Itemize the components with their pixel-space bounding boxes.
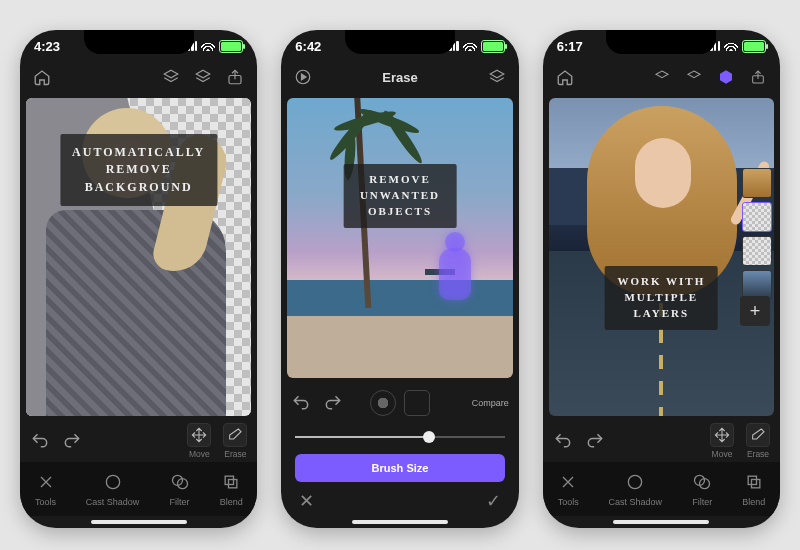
- blend-icon: [743, 471, 765, 493]
- svg-point-8: [629, 475, 642, 488]
- move-tool[interactable]: Move: [187, 423, 211, 459]
- cancel-button[interactable]: ✕: [299, 490, 314, 512]
- action-row: Compare: [281, 382, 518, 424]
- move-icon: [710, 423, 734, 447]
- svg-rect-5: [229, 480, 237, 488]
- tool-label: Move: [712, 449, 733, 459]
- feature-banner: Remove Unwanted Objects: [344, 164, 457, 228]
- play-circle-icon[interactable]: [293, 67, 313, 87]
- redo-icon[interactable]: [585, 431, 605, 451]
- undo-icon[interactable]: [553, 431, 573, 451]
- notch: [345, 30, 455, 54]
- confirm-row: ✕ ✓: [281, 486, 518, 516]
- screen-title: Erase: [382, 70, 417, 85]
- tab-label: Tools: [558, 497, 579, 507]
- wifi-icon: [463, 41, 477, 51]
- phone-1: 4:23 Automatically Remove Backg: [20, 30, 257, 528]
- app-toolbar: [543, 62, 780, 92]
- battery-icon: [481, 40, 505, 53]
- wifi-icon: [201, 41, 215, 51]
- move-tool[interactable]: Move: [710, 423, 734, 459]
- undo-icon[interactable]: [291, 393, 311, 413]
- home-icon[interactable]: [32, 67, 52, 87]
- battery-icon: [742, 40, 766, 53]
- home-indicator: [543, 516, 780, 528]
- add-layer-button[interactable]: +: [740, 296, 770, 326]
- phone-2: 6:42 Erase Remove Unwanted Objects: [281, 30, 518, 528]
- tab-blend[interactable]: Blend: [220, 471, 243, 507]
- layers-icon[interactable]: [684, 67, 704, 87]
- svg-rect-4: [225, 476, 233, 484]
- action-row: Move Erase: [20, 420, 257, 462]
- brush-mode[interactable]: [370, 390, 396, 416]
- undo-icon[interactable]: [30, 431, 50, 451]
- compare-button[interactable]: Compare: [472, 398, 509, 408]
- selected-object-overlay: [435, 232, 475, 306]
- slider-knob[interactable]: [423, 431, 435, 443]
- erase-mode-chips: [370, 390, 430, 416]
- brush-size-slider[interactable]: [295, 426, 504, 448]
- brush-size-button[interactable]: Brush Size: [295, 454, 504, 482]
- notch: [84, 30, 194, 54]
- feature-banner: Work with multiple Layers: [605, 266, 718, 330]
- tab-filter[interactable]: Filter: [169, 471, 191, 507]
- share-icon[interactable]: [748, 67, 768, 87]
- share-icon[interactable]: [225, 67, 245, 87]
- app-toolbar: [20, 62, 257, 92]
- erase-icon: [223, 423, 247, 447]
- tab-label: Tools: [35, 497, 56, 507]
- action-row: Move Erase: [543, 420, 780, 462]
- tab-label: Blend: [220, 497, 243, 507]
- status-time: 6:42: [295, 39, 321, 54]
- layer-thumb[interactable]: [742, 236, 772, 266]
- blend-icon: [220, 471, 242, 493]
- editor-canvas[interactable]: Automatically Remove Background: [26, 98, 251, 416]
- tab-label: Filter: [692, 497, 712, 507]
- redo-icon[interactable]: [323, 393, 343, 413]
- tab-cast-shadow[interactable]: Cast Shadow: [608, 471, 662, 507]
- layers-icon[interactable]: [487, 67, 507, 87]
- tab-label: Cast Shadow: [608, 497, 662, 507]
- status-time: 6:17: [557, 39, 583, 54]
- erase-tool[interactable]: Erase: [223, 423, 247, 459]
- editor-canvas[interactable]: Remove Unwanted Objects: [287, 98, 512, 378]
- layers-icon[interactable]: [193, 67, 213, 87]
- tab-tools[interactable]: Tools: [35, 471, 57, 507]
- home-indicator: [20, 516, 257, 528]
- move-icon: [187, 423, 211, 447]
- tab-blend[interactable]: Blend: [742, 471, 765, 507]
- layer-thumb[interactable]: [742, 168, 772, 198]
- confirm-button[interactable]: ✓: [486, 490, 501, 512]
- layers-icon[interactable]: [652, 67, 672, 87]
- tab-tools[interactable]: Tools: [557, 471, 579, 507]
- layers-icon[interactable]: [161, 67, 181, 87]
- erase-tool[interactable]: Erase: [746, 423, 770, 459]
- cube-accent-icon[interactable]: [716, 67, 736, 87]
- tab-label: Filter: [170, 497, 190, 507]
- app-toolbar: Erase: [281, 62, 518, 92]
- tab-cast-shadow[interactable]: Cast Shadow: [86, 471, 140, 507]
- filter-icon: [169, 471, 191, 493]
- bottom-tabbar: Tools Cast Shadow Filter Blend: [543, 462, 780, 516]
- layer-thumb[interactable]: [742, 202, 772, 232]
- home-indicator: [281, 516, 518, 528]
- home-icon[interactable]: [555, 67, 575, 87]
- tab-filter[interactable]: Filter: [691, 471, 713, 507]
- svg-rect-11: [748, 476, 756, 484]
- rect-mode[interactable]: [404, 390, 430, 416]
- redo-icon[interactable]: [62, 431, 82, 451]
- slider-fill: [295, 436, 429, 438]
- bottom-tabbar: Tools Cast Shadow Filter Blend: [20, 462, 257, 516]
- shadow-icon: [102, 471, 124, 493]
- tools-icon: [557, 471, 579, 493]
- tool-label: Erase: [747, 449, 769, 459]
- screenshot-row: 4:23 Automatically Remove Backg: [0, 0, 800, 550]
- battery-icon: [219, 40, 243, 53]
- filter-icon: [691, 471, 713, 493]
- tool-label: Erase: [224, 449, 246, 459]
- shadow-icon: [624, 471, 646, 493]
- tool-label: Move: [189, 449, 210, 459]
- editor-canvas[interactable]: + Work with multiple Layers: [549, 98, 774, 416]
- tab-label: Blend: [742, 497, 765, 507]
- feature-banner: Automatically Remove Background: [60, 134, 217, 206]
